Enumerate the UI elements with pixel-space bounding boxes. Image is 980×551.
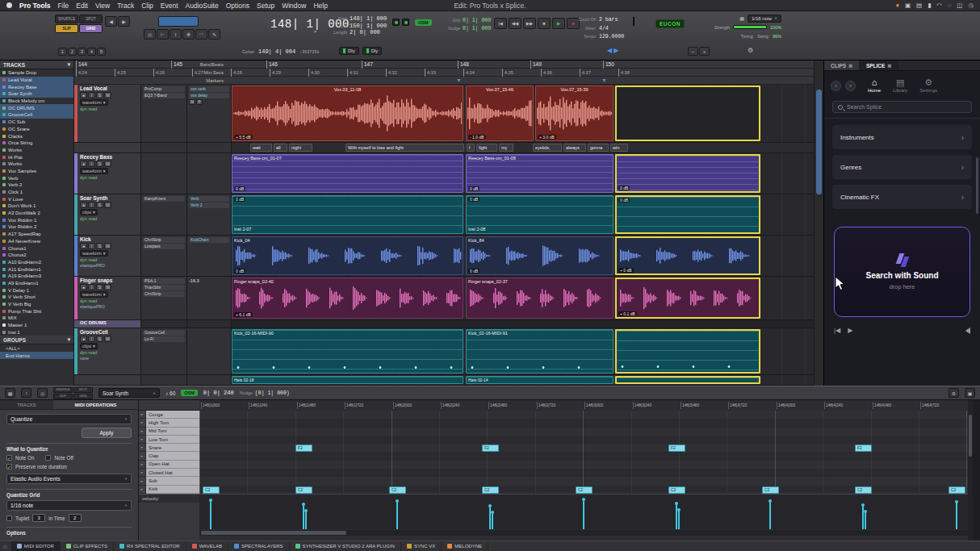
midi-track-selector[interactable]: Soar Synth▼ [98,388,160,398]
track-name[interactable]: Soar Synth [80,195,139,201]
clip-gain-badge[interactable]: - 1.0 dB [468,135,486,140]
track-view-selector[interactable]: waveform▾ [80,291,108,298]
settings-icon[interactable]: ⚙Settings [919,78,937,93]
min-secs-label[interactable]: Min:Secs [74,69,228,77]
home-icon[interactable]: ⌂ [3,543,7,550]
lyric-clip[interactable]: win [610,144,628,152]
clip-gain-badge[interactable]: + 0.1 dB [618,311,637,316]
track-lane-groovecell[interactable]: Kick_02-16-MIDI-90 Kick_02-16-MIDI-91 [232,328,814,374]
zoomer-tool-icon[interactable]: ◎ [37,388,48,398]
zoomer-tool-icon[interactable]: ◎ [144,29,156,40]
window-tab[interactable]: RX SPECTRAL EDITOR [114,541,186,551]
lane-expand-icon[interactable]: ▸ [139,486,146,494]
mute-button[interactable]: M [104,161,111,167]
menu-item[interactable]: Window [282,2,306,10]
track-lane-lead-vocal[interactable]: Vox.03_11-08 + 5.5 dB Vox.07_15-46 - 1.0… [232,85,814,142]
menu-item[interactable]: Help [313,2,327,10]
lyrics-lane[interactable]: waitallnightWith myself to lose and figh… [232,143,814,152]
velocity-stem[interactable] [396,501,398,529]
play-sample-button[interactable]: ▶ [848,327,852,334]
audio-clip[interactable]: 0 dB [615,154,760,193]
scrollbar-thumb[interactable] [816,90,822,194]
selection-counter[interactable]: Length2| 0| 000 [326,29,387,36]
scrollbar-thumb[interactable] [969,415,972,457]
edit-mode-mini-button[interactable]: SHUFFLE [53,387,73,393]
track-name[interactable]: OC DRUMS [80,320,139,325]
play-button[interactable]: ▶ [552,18,565,29]
track-view-selector[interactable]: waveform▾ [80,250,108,257]
window-tab[interactable]: SPECTRALAYERS [228,541,290,551]
track-controls-reecey-bass[interactable]: Reecey Bass ●ISM waveform▾ dyn read [74,153,141,194]
midi-note[interactable]: C2 [203,486,220,494]
velocity-stem[interactable] [303,504,304,529]
piano-roll-hscrollbar[interactable] [199,530,968,536]
bars-beats-ruler[interactable]: Bars|Beats 144145146147148149150 [74,61,814,69]
library-icon[interactable]: ▤Library [893,78,907,93]
drum-lane-label[interactable]: Mid Tom [146,428,199,436]
zoom-preset-button[interactable]: 1 [58,48,67,56]
lane-expand-icon[interactable]: ▸ [139,452,146,460]
audio-clip[interactable]: Kick_84 0 dB [466,236,614,275]
lyric-clip[interactable]: always [563,144,586,152]
stop-button[interactable]: ■ [538,18,551,29]
velocity-stem[interactable] [956,502,957,529]
edit-vertical-scrollbar[interactable] [814,61,823,386]
insert-plugin[interactable]: TrianStbr [143,285,185,290]
session-field[interactable]: Count Off2 bars [568,16,624,24]
window-tab[interactable]: SYNTHESIZER V STUDIO 2 ARA PLUGIN [290,541,401,551]
min-secs-ruler[interactable]: Min:Secs 4:244:254:264:274:284:294:304:3… [74,69,814,77]
track-view-selector[interactable]: waveform▾ [80,168,108,174]
default-note-value[interactable]: ♪ 60 [165,390,175,396]
drum-lane-row[interactable]: ▸Mid Tom [139,428,199,436]
insert-plugin[interactable]: GrooveCell [143,330,185,336]
zoom-horizontal-in-button[interactable]: + [699,47,710,56]
midi-panel-tab[interactable]: TRACKS [0,400,53,409]
splice-scrollbar[interactable] [976,157,978,214]
midi-clip[interactable]: Kick_02-16-MIDI-90 [232,329,463,374]
group-track-lane[interactable] [232,320,814,328]
drum-lane-row[interactable]: ▸Clap [139,452,199,460]
drum-lane-row[interactable]: ▸Conga [139,411,199,419]
mute-button[interactable]: M [104,202,111,208]
group-list-item[interactable]: End Harms [0,352,73,359]
midi-note[interactable]: C2 [295,486,312,494]
drum-lane-label[interactable]: Low Tom [146,436,199,444]
elastic-audio-plugin[interactable]: elastiquePRO [80,263,139,268]
velocity-handle[interactable] [491,511,494,514]
input-monitor-button[interactable]: I [88,336,95,342]
selection-counter[interactable]: Start148| 1| 000 [326,15,387,23]
track-controls-lead-vocal[interactable]: Lead Vocal ●ISM waveform▾ dyn read [74,85,141,142]
track-name[interactable]: GrooveCell [80,329,139,335]
scrubber-tool-icon[interactable]: ◠ [195,29,207,40]
drum-lane-row[interactable]: ▸High Tom [139,419,199,427]
lane-expand-icon[interactable]: ▸ [139,444,146,452]
splice-search-input[interactable]: Search Splice [832,101,972,113]
gear-icon[interactable]: ⚙ [748,47,753,54]
pre-roll-flag-icon[interactable]: ◀ [607,48,612,54]
menu-item[interactable]: Options [226,2,249,10]
grid-nudge-field[interactable]: Grid0| 1| 000 [442,17,491,24]
menu-item[interactable]: Track [117,2,134,10]
track-lane-finger-snaps[interactable]: Finger snaps_02-40 + 6.1 dB Finger snaps… [232,277,814,319]
velocity-stem[interactable] [489,506,491,529]
edit-mode-button[interactable]: SHUFFLE [55,15,78,23]
midi-clip[interactable]: Hats 02-14 [466,376,614,384]
audio-clip[interactable] [615,86,760,141]
velocity-stem[interactable] [769,501,771,529]
grabber-tool-icon[interactable]: ✥ [182,29,195,40]
checkbox[interactable] [6,516,12,521]
midi-nudge-field[interactable]: Nudge(0| 1| 000) [240,390,290,396]
input-monitor-button[interactable]: I [88,202,95,208]
back-button[interactable]: ‹ [831,81,841,91]
velocity-handle[interactable] [304,509,308,512]
record-arm-button[interactable]: ● [80,161,87,167]
fast-forward-button[interactable]: ▶▶ [523,18,536,29]
lane-expand-icon[interactable]: ▸ [139,469,146,477]
midi-settings-icon[interactable]: ⚙ [949,388,959,398]
clip-gain-badge[interactable]: 0 dB [468,269,480,273]
automation-mode[interactable]: dyn read [80,106,139,111]
zoom-preset-button[interactable]: 4 [87,48,96,56]
midi-note[interactable]: C2 [389,486,406,494]
clip-gain-badge[interactable]: + 0 dB [618,268,634,273]
tracks-header[interactable]: TRACKS▾ [0,61,73,69]
